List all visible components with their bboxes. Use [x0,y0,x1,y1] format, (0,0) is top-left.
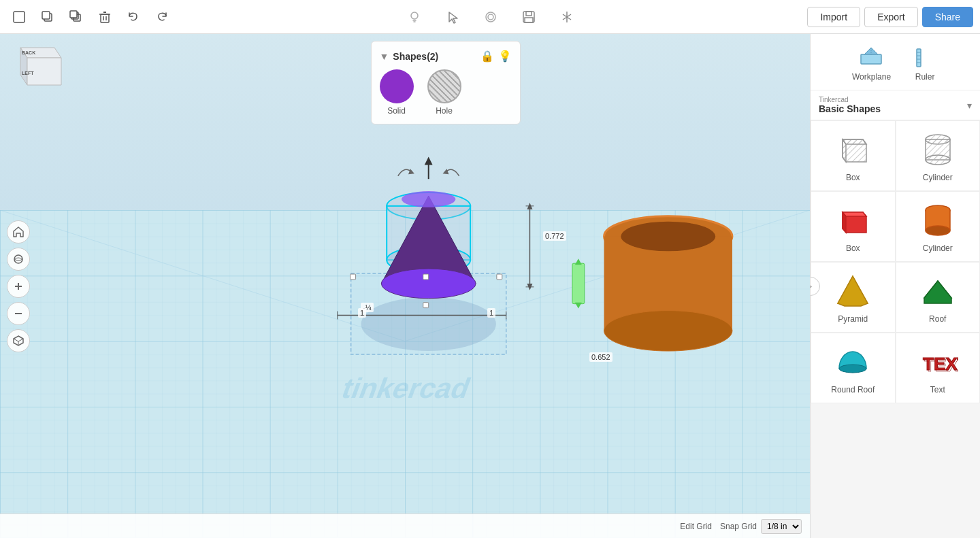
svg-line-34 [18,339,23,341]
shape-grid: Box Cylinder [811,120,980,403]
measurement-height: 0.772 [543,231,566,241]
shape-item-pyramid-yellow[interactable]: Pyramid [811,262,896,333]
svg-marker-48 [408,169,414,174]
hole-circle [427,69,461,103]
chevron-down-icon: ▾ [967,100,972,111]
toolbar-center [402,5,579,29]
left-tools [7,220,30,352]
svg-point-63 [621,222,715,252]
svg-rect-47 [423,274,429,280]
right-sidebar: › Workplane [810,34,980,538]
pyramid-yellow-label: Pyramid [838,314,868,324]
svg-point-13 [486,12,495,22]
svg-marker-51 [425,156,433,165]
shapes-panel-header: ▼ Shapes(2) 🔒 💡 [380,50,512,63]
lock-icon[interactable]: 🔒 [480,50,494,63]
cube-navigator[interactable]: BACK LEFT [7,41,68,102]
shape-item-round-roof[interactable]: Round Roof [811,333,896,403]
workplane-label: Workplane [852,72,891,82]
main-content: BACK LEFT [0,34,980,538]
svg-rect-44 [350,274,356,280]
undo-button[interactable] [121,5,146,29]
solid-circle [380,69,414,103]
text-shape-icon: TEXT TEXT [917,341,958,382]
svg-rect-68 [861,54,881,64]
round-roof-label: Round Roof [831,385,875,394]
dim-label-3: 1 [487,308,495,318]
shape-item-roof-green[interactable]: Roof [896,262,981,333]
svg-point-62 [604,311,732,351]
viewport[interactable]: BACK LEFT [0,34,810,538]
workplane-tool[interactable]: Workplane [852,42,891,82]
copy-button[interactable] [35,5,60,29]
snap-grid-selector: Snap Grid 1/8 in [720,519,802,534]
svg-line-33 [14,339,18,341]
orbit-button[interactable] [7,248,30,271]
svg-rect-71 [917,49,921,67]
workplane-icon [858,42,885,69]
text-label: Text [930,385,945,394]
delete-button[interactable] [93,5,117,29]
lightbulb-button[interactable] [402,5,427,29]
duplicate-button[interactable] [64,5,88,29]
cylinder-orange-icon [917,200,958,241]
home-view-button[interactable] [7,220,30,243]
svg-rect-6 [101,14,109,22]
zoom-out-button[interactable] [7,302,30,325]
save-button[interactable] [517,5,541,29]
shape-item-cylinder-gray[interactable]: Cylinder [896,120,981,191]
svg-point-12 [488,14,493,20]
shape-library-selector[interactable]: Tinkercad Basic Shapes ▾ [811,90,980,120]
shape-item-cylinder-orange[interactable]: Cylinder [896,191,981,262]
svg-rect-46 [497,274,502,280]
svg-rect-15 [526,12,532,16]
cylinder-orange-label: Cylinder [923,243,953,253]
dim-label-2: 1 [358,308,366,318]
top-toolbar: Import Export Share [0,0,980,34]
bulb-icon[interactable]: 💡 [498,50,512,63]
box-red-icon [832,200,873,241]
export-button[interactable]: Export [864,7,917,27]
cylinder-gray-label: Cylinder [923,173,953,182]
svg-text:LEFT: LEFT [22,71,34,75]
symmetry-button[interactable] [555,5,579,29]
ruler-label: Ruler [915,72,935,82]
box-red-label: Box [846,243,860,253]
cylinder-gray-icon [917,129,958,170]
panel-collapse-button[interactable]: ▼ [380,51,389,62]
snap-grid-select[interactable]: 1/8 in [761,519,802,534]
edit-grid-label: Edit Grid [680,522,712,531]
redo-button[interactable] [150,5,174,29]
cursor-button[interactable] [440,5,465,29]
share-button[interactable]: Share [922,7,973,27]
shape-item-text[interactable]: TEXT TEXT Text [896,333,981,403]
svg-marker-49 [443,169,449,174]
import-button[interactable]: Import [807,7,860,27]
toolbar-left [7,5,174,29]
svg-marker-86 [843,212,846,233]
3d-view-button[interactable] [7,329,30,352]
hole-label: Hole [436,106,453,116]
cube-nav-svg: BACK LEFT [7,41,68,102]
zoom-in-button[interactable] [7,275,30,298]
svg-point-43 [381,269,476,299]
svg-point-91 [926,226,950,235]
svg-rect-0 [14,12,24,22]
roof-green-label: Roof [929,314,946,324]
shape-library-info: Tinkercad Basic Shapes [819,96,881,114]
box-gray-label: Box [846,173,860,182]
solid-option[interactable]: Solid [380,69,414,116]
box-gray-icon [832,129,873,170]
svg-marker-79 [843,139,846,162]
svg-point-11 [411,12,418,19]
ruler-tool[interactable]: Ruler [911,42,938,82]
hole-option[interactable]: Hole [427,69,461,116]
shape-item-box-red[interactable]: Box [811,191,896,262]
shape-item-box-gray[interactable]: Box [811,120,896,191]
round-roof-icon [832,341,873,382]
svg-marker-93 [838,276,868,306]
new-button[interactable] [7,5,31,29]
svg-point-83 [926,155,950,165]
svg-text:BACK: BACK [22,50,35,55]
view-button[interactable] [478,5,503,29]
